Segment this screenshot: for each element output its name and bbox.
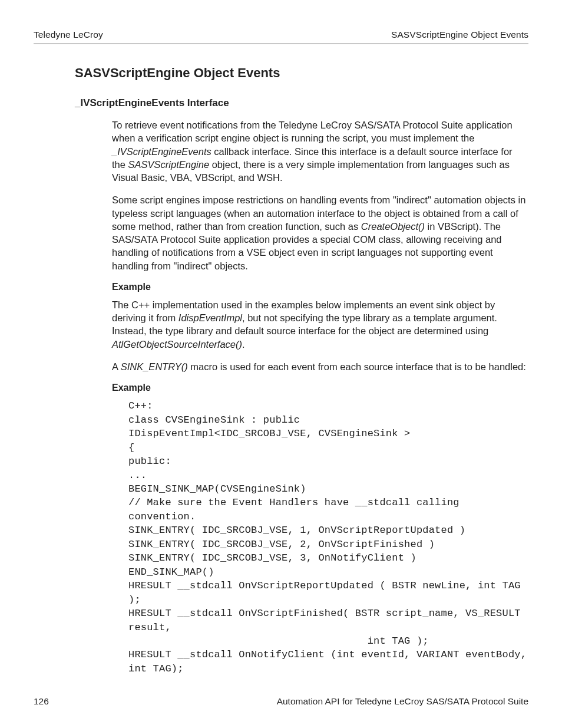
body-indent: To retrieve event notifications from the…: [112, 118, 528, 676]
page: Teledyne LeCroy SASVScriptEngine Object …: [0, 0, 562, 728]
example-label-2: Example: [112, 383, 528, 393]
p1-text-a: To retrieve event notifications from the…: [112, 120, 513, 143]
p4-ital-1: SINK_ENTRY(): [121, 361, 188, 372]
header-rule: [34, 44, 528, 44]
subsection-title: _IVScriptEngineEvents Interface: [75, 97, 528, 109]
p4-text-a: A: [112, 361, 121, 372]
section-title: SASVScriptEngine Object Events: [75, 65, 528, 81]
page-header: Teledyne LeCroy SASVScriptEngine Object …: [34, 29, 528, 40]
header-right: SASVScriptEngine Object Events: [391, 29, 528, 40]
footer-page-number: 126: [34, 696, 49, 707]
p2-ital-1: CreateObject(): [361, 221, 425, 232]
p1-ital-2: SASVScriptEngine: [128, 159, 210, 170]
p3-ital-1: IdispEventImpl: [178, 312, 242, 323]
p3-ital-2: AtlGetObjectSourceInterface(): [112, 339, 242, 350]
content-area: SASVScriptEngine Object Events _IVScript…: [75, 65, 528, 676]
paragraph-4: A SINK_ENTRY() macro is used for each ev…: [112, 360, 528, 373]
paragraph-2: Some script engines impose restrictions …: [112, 193, 528, 272]
header-left: Teledyne LeCroy: [34, 29, 103, 40]
paragraph-1: To retrieve event notifications from the…: [112, 118, 528, 184]
p1-ital-1: _IVScriptEngineEvents: [112, 146, 211, 157]
footer-right: Automation API for Teledyne LeCroy SAS/S…: [277, 696, 528, 707]
code-block: C++: class CVSEngineSink : public IDispE…: [128, 399, 528, 676]
paragraph-3: The C++ implementation used in the examp…: [112, 298, 528, 351]
page-footer: 126 Automation API for Teledyne LeCroy S…: [34, 696, 528, 707]
p4-text-b: macro is used for each event from each s…: [188, 361, 526, 372]
example-label-1: Example: [112, 282, 528, 292]
p3-text-c: .: [242, 339, 245, 350]
